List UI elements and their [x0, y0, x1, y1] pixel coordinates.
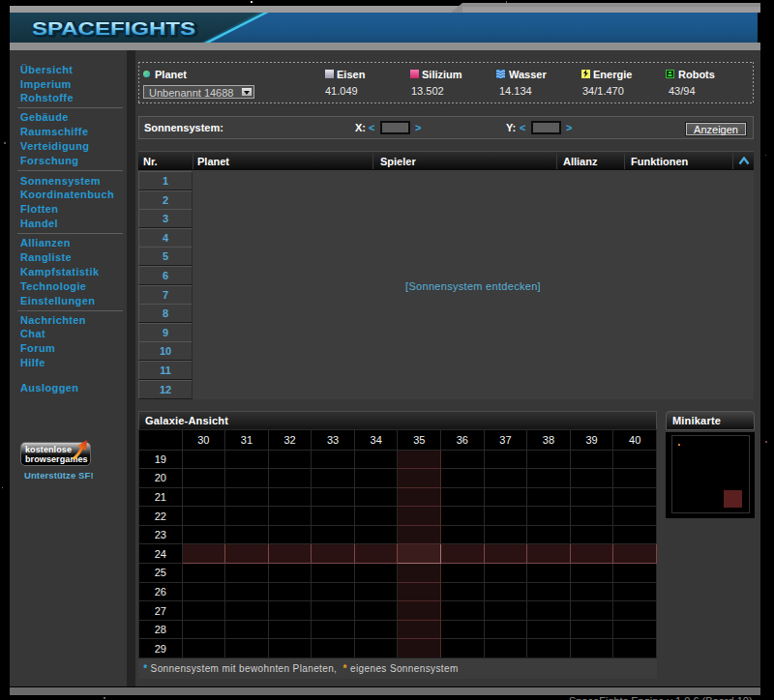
svg-text:SPACEFIGHTS: SPACEFIGHTS: [32, 18, 195, 39]
